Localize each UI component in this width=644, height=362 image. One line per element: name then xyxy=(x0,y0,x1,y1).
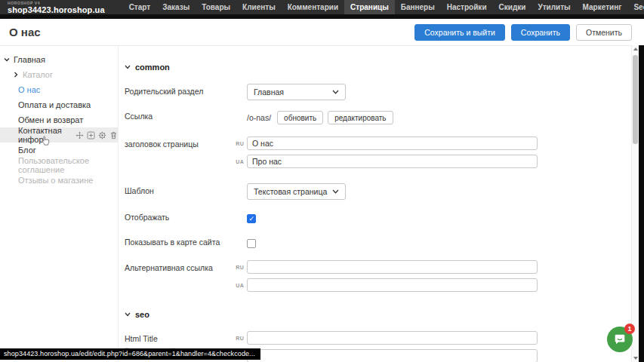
link-edit-button[interactable]: редактировать xyxy=(328,111,393,124)
menu-item-settings[interactable]: Настройки xyxy=(441,0,493,14)
field-label: Родительский раздел xyxy=(125,84,232,97)
tree-item-store-reviews[interactable]: Отзывы о магазине xyxy=(0,173,118,188)
link-refresh-button[interactable]: обновить xyxy=(277,111,323,124)
page-title-ua-input[interactable] xyxy=(247,155,538,168)
tree-item-about-us[interactable]: О нас xyxy=(0,82,118,97)
lang-tag-ru: RU xyxy=(232,265,244,270)
header-actions: Сохранить и выйти Сохранить Отменить xyxy=(414,24,632,41)
tree-item-catalog[interactable]: Каталог xyxy=(0,67,118,82)
tree-item-label: Пользовательское соглашение xyxy=(18,156,118,174)
menu-item-seo[interactable]: Seo xyxy=(627,0,644,14)
tree-item-actions xyxy=(75,131,118,140)
html-title-ru-input[interactable] xyxy=(247,331,538,345)
scrollbar-thumb[interactable] xyxy=(633,55,638,144)
tree-item-blog[interactable]: Блог xyxy=(0,143,118,158)
lang-tag-ru: RU xyxy=(232,141,244,146)
scrollbar-up-arrow[interactable] xyxy=(633,48,638,51)
app-window: HOROSHOP V4 shop34423.horoshop.ua Старт … xyxy=(0,0,644,362)
select-value: Текстовая страница xyxy=(254,187,327,196)
field-label: Показывать в карте сайта xyxy=(125,237,232,247)
section-seo-header[interactable]: seo xyxy=(125,310,644,319)
menu-item-utilities[interactable]: Утилиты xyxy=(532,0,576,14)
scrollbar-down-arrow[interactable] xyxy=(633,357,638,360)
chevron-down-icon xyxy=(125,65,131,69)
field-label: Отображать xyxy=(125,212,232,222)
tree-item-payment-delivery[interactable]: Оплата и доставка xyxy=(0,97,118,112)
menu-item-products[interactable]: Товары xyxy=(196,0,236,14)
menu-item-marketing[interactable]: Маркетинг xyxy=(577,0,628,14)
tree-item-user-agreement[interactable]: Пользовательское соглашение xyxy=(0,158,118,173)
menu-item-comments[interactable]: Комментарии xyxy=(282,0,344,14)
field-label: Ссылка xyxy=(125,109,232,121)
add-icon[interactable] xyxy=(87,131,95,140)
tree-item-label: Контактная инфор xyxy=(18,126,71,144)
settings-icon[interactable] xyxy=(98,131,106,140)
tree-item-label: Главная xyxy=(14,55,45,64)
tree-item-home[interactable]: Главная xyxy=(0,52,118,67)
tree-item-exchange-return[interactable]: Обмен и возврат xyxy=(0,112,118,127)
chat-widget-button[interactable]: 1 xyxy=(607,327,633,352)
tree-item-label: Оплата и доставка xyxy=(18,100,91,109)
chevron-down-icon[interactable] xyxy=(4,57,10,63)
save-button[interactable]: Сохранить xyxy=(511,24,570,41)
link-row: Ссылка /o-nas/ обновить редактировать xyxy=(125,109,644,124)
lang-tag-ru: RU xyxy=(232,336,244,341)
tree-item-label: Каталог xyxy=(23,70,53,79)
display-row: Отображать xyxy=(125,212,644,223)
save-and-exit-button[interactable]: Сохранить и выйти xyxy=(414,24,505,41)
parent-section-row: Родительский раздел Главная xyxy=(125,84,644,100)
lang-tag-ua: UA xyxy=(232,159,244,164)
cancel-button[interactable]: Отменить xyxy=(576,24,632,41)
field-label: заголовок страницы xyxy=(125,137,232,149)
section-title: common xyxy=(135,63,170,72)
field-label: Html Title xyxy=(125,334,232,344)
page-edit-form: common Родительский раздел Главная Ссылк… xyxy=(119,46,644,362)
lang-tag-ua: UA xyxy=(232,283,244,288)
menu-item-pages[interactable]: Страницы xyxy=(344,0,395,14)
scrollbar[interactable] xyxy=(631,45,639,362)
link-value: /o-nas/ xyxy=(247,113,271,122)
menu-item-start[interactable]: Старт xyxy=(123,0,157,14)
page-header: О нас Сохранить и выйти Сохранить Отмени… xyxy=(0,19,644,46)
menu-item-discounts[interactable]: Скидки xyxy=(493,0,532,14)
menu-item-clients[interactable]: Клиенты xyxy=(236,0,282,14)
logo[interactable]: HOROSHOP V4 shop34423.horoshop.ua xyxy=(8,2,105,14)
tree-item-label: О нас xyxy=(18,85,40,94)
tree-item-contact-info[interactable]: Контактная инфор xyxy=(0,127,118,143)
section-common-header[interactable]: common xyxy=(125,63,644,72)
menu-item-banners[interactable]: Баннеры xyxy=(395,0,441,14)
page-title-ru-input[interactable] xyxy=(247,137,538,150)
screen-edge-strip xyxy=(639,45,644,362)
pages-tree-sidebar: Главная Каталог О нас Оплата и доставка … xyxy=(0,46,119,362)
tree-item-label: Блог xyxy=(18,146,36,155)
template-row: Шаблон Текстовая страница xyxy=(125,183,644,200)
alt-link-ua-input[interactable] xyxy=(247,278,538,292)
chat-unread-badge: 1 xyxy=(624,324,635,334)
select-value: Главная xyxy=(254,87,284,97)
section-title: seo xyxy=(135,310,149,319)
field-label: Альтернативная ссылка xyxy=(125,260,232,273)
chat-icon xyxy=(613,333,627,346)
parent-section-select[interactable]: Главная xyxy=(247,84,346,100)
display-checkbox[interactable] xyxy=(247,214,256,223)
template-select[interactable]: Текстовая страница xyxy=(247,183,346,200)
move-icon[interactable] xyxy=(75,131,84,140)
browser-status-bar: shop34423.horoshop.ua/edit/edit.php?id=6… xyxy=(0,348,260,360)
delete-icon[interactable] xyxy=(109,131,118,140)
logo-domain: shop34423.horoshop.ua xyxy=(8,6,105,14)
alt-link-row: Альтернативная ссылка RU UA xyxy=(125,260,644,292)
alt-link-ru-input[interactable] xyxy=(247,260,538,274)
menu-item-orders[interactable]: Заказы xyxy=(156,0,196,14)
top-navigation-bar: HOROSHOP V4 shop34423.horoshop.ua Старт … xyxy=(0,0,644,14)
page-title-row: заголовок страницы RU UA xyxy=(125,137,644,168)
sitemap-checkbox[interactable] xyxy=(247,239,256,248)
html-title-ua-input[interactable] xyxy=(247,349,538,362)
chevron-down-icon xyxy=(332,189,339,194)
tree-item-label: Обмен и возврат xyxy=(18,115,83,124)
field-label: Шаблон xyxy=(125,183,232,196)
content-area: Главная Каталог О нас Оплата и доставка … xyxy=(0,46,644,362)
main-menu: Старт Заказы Товары Клиенты Комментарии … xyxy=(123,0,644,14)
chevron-down-icon xyxy=(125,312,131,317)
chevron-down-icon xyxy=(332,90,339,94)
chevron-right-icon[interactable] xyxy=(13,72,19,78)
